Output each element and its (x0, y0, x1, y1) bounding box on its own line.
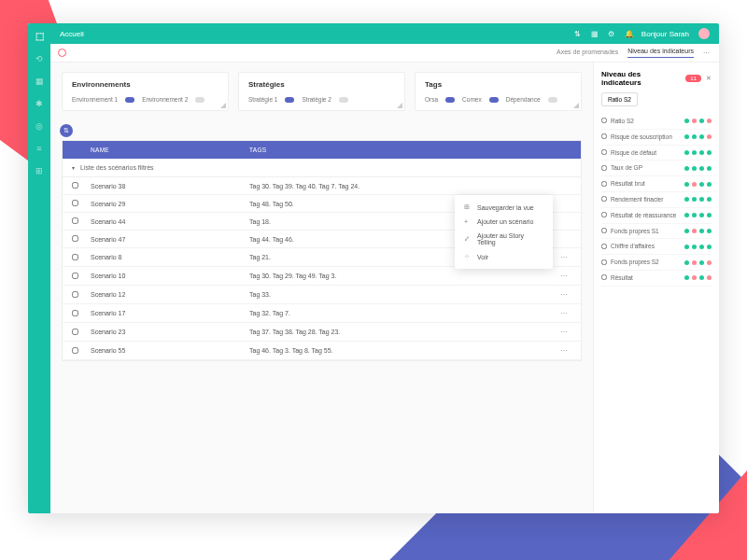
toggle-pill[interactable] (285, 97, 294, 103)
filter-card: EnvironnementsEnvironnement 1Environneme… (62, 72, 229, 111)
content: EnvironnementsEnvironnement 1Environneme… (50, 63, 719, 513)
row-checkbox[interactable] (72, 235, 78, 242)
indicator-checkbox[interactable] (601, 228, 607, 233)
context-menu-item[interactable]: ⊞Sauvegarder la vue (455, 200, 553, 215)
indicator-row[interactable]: Résultat (601, 271, 712, 287)
sub-header: Axes de promenades Niveau des indicateur… (50, 44, 719, 63)
grid-icon[interactable]: ▦ (591, 30, 599, 37)
indicator-checkbox[interactable] (601, 165, 607, 171)
col-tags[interactable]: TAGS (249, 147, 266, 153)
avatar[interactable] (698, 28, 710, 39)
indicator-checkbox[interactable] (601, 118, 607, 123)
row-more-icon[interactable]: ⋯ (557, 290, 571, 299)
table-badge-icon[interactable]: ⇅ (60, 124, 73, 137)
row-tags: Tag 32. Tag 7. (249, 310, 557, 316)
status-dot (692, 134, 697, 139)
indicator-checkbox[interactable] (601, 196, 607, 202)
card-item-label: Environnement 2 (142, 96, 188, 103)
context-menu-item[interactable]: ⤢Ajouter au Story Telling (455, 229, 553, 249)
toggle-pill[interactable] (339, 97, 348, 103)
table-row[interactable]: Scenario 23Tag 37. Tag 38. Tag 28. Tag 2… (63, 323, 581, 342)
nav-chart-icon[interactable]: ≡ (35, 144, 44, 153)
nav-branch-icon[interactable]: ✱ (35, 99, 44, 108)
indicator-row[interactable]: Résultat de réassurance (601, 208, 712, 224)
table-row[interactable]: Scenario 17Tag 32. Tag 7.⋯ (63, 304, 581, 323)
status-dot (684, 275, 689, 280)
row-checkbox[interactable] (72, 182, 78, 189)
context-menu-item[interactable]: ⁘Voir (455, 249, 553, 264)
indicator-row[interactable]: Ratio S2 (601, 114, 712, 130)
indicator-label: Taux de GP (611, 164, 684, 172)
record-icon[interactable] (58, 49, 66, 57)
gear-icon[interactable]: ⚙ (608, 30, 615, 37)
main-area: Accueil ⇅ ▦ ⚙ 🔔 Bonjour Sarah Axes de pr… (50, 23, 719, 513)
indicator-checkbox[interactable] (601, 181, 607, 187)
filter-chip[interactable]: Ratio S2 (601, 92, 638, 106)
nav-grid-icon[interactable]: ▦ (35, 77, 44, 86)
context-menu-item[interactable]: +Ajouter un scénario (455, 215, 553, 229)
table-row[interactable]: Scenario 12Tag 33.⋯ (63, 286, 581, 304)
indicator-row[interactable]: Chiffre d'affaires (601, 239, 712, 255)
table-row[interactable]: Scenario 10Tag 30. Tag 29. Tag 49. Tag 3… (63, 267, 581, 286)
greeting: Bonjour Sarah (641, 30, 689, 38)
bell-icon[interactable]: 🔔 (625, 30, 632, 37)
status-dot (684, 213, 689, 217)
toggle-pill[interactable] (125, 97, 134, 103)
row-more-icon[interactable]: ⋯ (557, 328, 571, 336)
row-checkbox[interactable] (72, 310, 78, 316)
indicator-label: Résultat brut (611, 180, 684, 188)
nav-settings-icon[interactable]: ⊞ (35, 166, 44, 175)
indicator-label: Fonds propres S1 (611, 228, 684, 235)
indicator-row[interactable]: Rendement finacier (601, 192, 712, 208)
status-dot (699, 260, 704, 265)
row-checkbox[interactable] (72, 273, 78, 279)
row-more-icon[interactable]: ⋯ (557, 272, 571, 280)
indicator-row[interactable]: Fonds propres S2 (601, 255, 712, 271)
row-checkbox[interactable] (72, 329, 78, 335)
menu-item-icon: ⁘ (464, 253, 472, 260)
row-checkbox[interactable] (72, 254, 78, 260)
logo-icon[interactable]: ⬚ (35, 31, 44, 41)
table-row[interactable]: Scenario 38Tag 30. Tag 39. Tag 40. Tag 7… (63, 177, 581, 195)
row-more-icon[interactable]: ⋯ (557, 346, 571, 355)
nav-target-icon[interactable]: ◎ (35, 121, 44, 131)
indicator-checkbox[interactable] (601, 244, 607, 249)
filter-icon[interactable]: ⇅ (574, 30, 582, 37)
table-row[interactable]: Scenario 55Tag 46. Tag 3. Tag 8. Tag 55.… (63, 342, 581, 360)
tab-axes[interactable]: Axes de promenades (557, 49, 618, 58)
col-name[interactable]: NAME (91, 147, 249, 153)
row-checkbox[interactable] (72, 347, 78, 354)
indicator-checkbox[interactable] (601, 133, 607, 139)
row-more-icon[interactable]: ⋯ (557, 309, 571, 317)
status-dot (707, 150, 712, 155)
toggle-pill[interactable] (489, 97, 499, 103)
indicator-label: Chiffre d'affaires (611, 243, 684, 250)
row-checkbox[interactable] (72, 217, 78, 224)
breadcrumb: Accueil (60, 30, 84, 38)
indicator-row[interactable]: Fonds propres S1 (601, 224, 712, 240)
indicator-checkbox[interactable] (601, 259, 607, 265)
row-more-icon[interactable]: ⋯ (557, 253, 571, 261)
indicator-checkbox[interactable] (601, 212, 607, 217)
indicator-checkbox[interactable] (601, 149, 607, 155)
toggle-pill[interactable] (195, 97, 204, 103)
nav-link-icon[interactable]: ⟲ (35, 54, 44, 63)
toggle-pill[interactable] (548, 97, 557, 103)
indicator-row[interactable]: Taux de GP (601, 161, 712, 176)
tab-indicateurs[interactable]: Niveau des indicateurs (627, 48, 694, 58)
resize-icon[interactable] (573, 103, 579, 108)
more-icon[interactable]: ⋯ (703, 49, 710, 57)
toggle-pill[interactable] (445, 97, 455, 103)
row-checkbox[interactable] (72, 291, 78, 298)
table-subtitle-row[interactable]: ▾ Liste des scénarios filtrés (63, 159, 581, 177)
indicator-row[interactable]: Risque de défaut (601, 146, 712, 161)
close-icon[interactable]: ✕ (706, 75, 712, 82)
status-dot (707, 134, 712, 139)
indicator-checkbox[interactable] (601, 274, 607, 280)
indicator-row[interactable]: Résultat brut (601, 176, 712, 192)
status-dot (692, 213, 697, 217)
resize-icon[interactable] (220, 103, 226, 108)
row-checkbox[interactable] (72, 200, 78, 206)
indicator-row[interactable]: Risque de souscription (601, 130, 712, 146)
resize-icon[interactable] (397, 103, 402, 108)
